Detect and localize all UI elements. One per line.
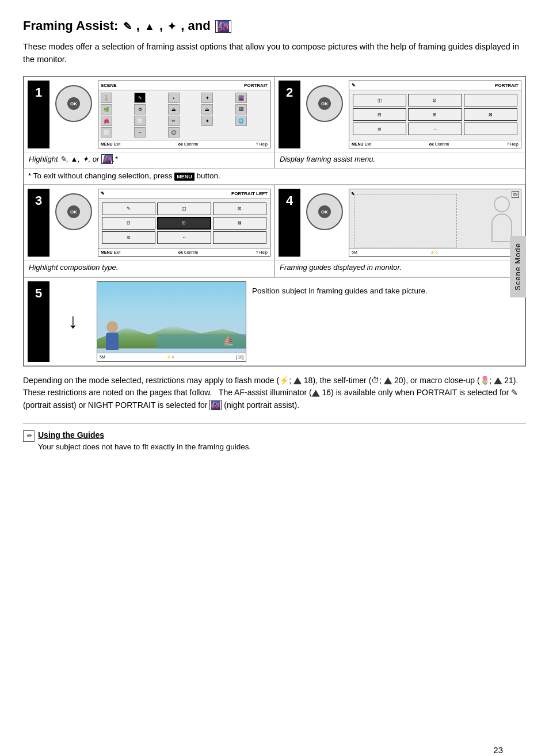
dpad-ok-4: OK — [318, 205, 331, 218]
dpad-1: OK — [55, 85, 92, 122]
asterisk-note: * To exit without changing selection, pr… — [24, 169, 525, 185]
step-2-box: 2 OK ✎ PORTRAIT — [274, 77, 525, 169]
step-2-content: 2 OK ✎ PORTRAIT — [275, 77, 525, 152]
framing-7: ⊜ — [353, 123, 406, 135]
step-1-screen-footer: MENU Exit ok Confirm ? Help — [98, 140, 270, 148]
steps-row-1: 1 OK SCENE PORTRAIT — [24, 77, 525, 169]
step-1-camera: OK — [53, 81, 94, 127]
steps-row-2: 3 OK ✎ PORTRAIT LEFT ✎ — [24, 185, 525, 277]
side-label: Scene Mode — [510, 236, 526, 297]
sil-body — [491, 213, 512, 242]
step-4-screen: ✎ IN 5M ⚡○ [ 10] — [349, 189, 521, 257]
tip-content: Using the Guides Your subject does not h… — [38, 430, 251, 453]
menu-item-13: ✂ — [168, 116, 180, 126]
title-text: Framing Assist: — [23, 18, 118, 33]
intro-paragraph: These modes offer a selection of framing… — [23, 41, 526, 66]
menu-item-5: 🌆 — [235, 93, 247, 103]
step-1-screen-header: SCENE PORTRAIT — [98, 81, 270, 90]
step-2-screen-header: ✎ PORTRAIT — [349, 81, 521, 90]
step-3-screen-header: ✎ PORTRAIT LEFT — [98, 189, 270, 198]
menu-item-7: ⚙ — [134, 104, 146, 114]
footer-3-2: ok Confirm — [178, 250, 199, 255]
step-5-caption-right: Position subject in framing guides and t… — [250, 281, 521, 362]
macro-sym: 🌷 — [480, 376, 490, 385]
selftimer-sym: ⏱ — [371, 376, 379, 385]
separator-comma1: , — [136, 18, 140, 33]
menu-item-17: ← — [134, 127, 146, 138]
and-text: and — [188, 18, 211, 33]
f3-6: ⊠ — [213, 217, 266, 230]
framing-6: ⊠ — [464, 108, 517, 121]
menu-item-15: 🌐 — [235, 116, 247, 126]
footer-4-res: 5M — [352, 250, 357, 255]
f3-5-selected: ⊞ — [157, 217, 211, 230]
warning-icon-1 — [293, 377, 302, 384]
footer-1: MENU Exit — [101, 142, 120, 147]
step-2-screen: ✎ PORTRAIT ◫ ⊡ ⊟ ⊞ ⊠ ⊜ ← — [349, 81, 521, 148]
step-5-number: 5 — [28, 281, 49, 362]
f3-7: ⊜ — [102, 231, 155, 244]
step-2-caption: Display framing assist menu. — [275, 152, 525, 168]
footer-5-flash: ⚡○ — [166, 354, 174, 360]
menu-item-10: 🖼 — [235, 104, 247, 114]
menu-item-3: ▪ — [168, 93, 180, 103]
f3-2: ◫ — [157, 203, 211, 215]
f3-4: ⊟ — [102, 217, 155, 230]
step-3-screen: ✎ PORTRAIT LEFT ✎ ◫ ⊡ ⊟ ⊞ ⊠ ⊜ ← — [98, 189, 270, 257]
step-4-camera: OK — [304, 189, 345, 235]
footer-3: ? Help — [256, 142, 268, 147]
step-5-screen: ✎ IN ⛵ — [97, 281, 246, 362]
step4-in-label: IN — [512, 191, 519, 198]
step-1-screen: SCENE PORTRAIT 🚶 ✎ ▪ ✦ 🌆 🌿 ⚙ ⛰ — [98, 81, 270, 148]
footer-3-3: ? Help — [256, 250, 268, 255]
portrait-icon-3: ✎ — [101, 190, 105, 197]
separator-comma3: , — [181, 18, 184, 33]
menu-item-9: ⛰ — [201, 104, 213, 114]
step-4-box: 4 OK ✎ IN — [274, 185, 525, 277]
framing-4: ⊟ — [353, 108, 406, 121]
tip-box: ✏ Using the Guides Your subject does not… — [23, 423, 526, 453]
step-3-caption: Highlight composition type. — [24, 260, 274, 276]
menu-item-12: ⬜ — [134, 116, 146, 126]
portrait-label-1: PORTRAIT — [244, 82, 268, 89]
note-asterisk-text: * To exit without changing selection, pr… — [28, 171, 172, 180]
person-silhouette — [491, 196, 512, 242]
menu-button-tag: MENU — [174, 173, 195, 181]
tip-icon: ✏ — [23, 430, 35, 442]
framing-1: ◫ — [353, 94, 406, 106]
menu-item-1: 🚶 — [101, 93, 112, 103]
step-1-caption: Highlight ✎, ▲, ✦, or 🌆.* — [24, 152, 274, 168]
step-4-caption: Framing guides displayed in monitor. — [275, 260, 525, 276]
step-4-screen-footer: 5M ⚡○ [ 10] — [349, 248, 521, 257]
dpad-2: OK — [306, 85, 343, 122]
menu-item-11: 🌺 — [101, 116, 112, 126]
footer-5-res: 5M — [100, 354, 105, 360]
scene-label: SCENE — [101, 82, 117, 89]
step-5-screen-footer: 5M ⚡○ [ 10] — [97, 353, 246, 361]
icon-mountain: ▲ — [70, 155, 78, 163]
step-4-number: 4 — [279, 189, 300, 257]
footer-2-3: ? Help — [507, 142, 518, 147]
framing-2: ⊡ — [408, 94, 462, 106]
footer-3-1: MENU Exit — [101, 250, 120, 255]
f3-1: ✎ — [102, 203, 155, 215]
footer-2: ok Confirm — [178, 142, 199, 147]
note-asterisk-end: button. — [196, 171, 220, 180]
framing-8: ← — [408, 123, 462, 135]
group-icon: ✦ — [167, 21, 176, 32]
step-3-content: 3 OK ✎ PORTRAIT LEFT ✎ — [24, 185, 274, 260]
portrait-assist-icon: ✎ — [123, 21, 132, 32]
step-5-content: 5 ↓ ✎ IN — [24, 278, 525, 365]
menu-item-18: 🔘 — [168, 127, 180, 138]
step-1-box: 1 OK SCENE PORTRAIT — [24, 77, 274, 169]
icon-portrait: ✎ — [60, 155, 66, 163]
framing-3 — [464, 94, 517, 106]
tip-body: Your subject does not have to fit exactl… — [38, 442, 251, 453]
steps-container: 1 OK SCENE PORTRAIT — [23, 76, 526, 366]
portrait-icon-2: ✎ — [352, 82, 356, 89]
step-5-box: 5 ↓ ✎ IN — [24, 277, 525, 366]
step5-head — [106, 321, 118, 333]
step-2-number: 2 — [279, 81, 300, 148]
sil-head — [494, 196, 510, 212]
step-1-menu-grid: 🚶 ✎ ▪ ✦ 🌆 🌿 ⚙ ⛰ ⛰ 🖼 🌺 ⬜ ✂ — [98, 90, 270, 140]
